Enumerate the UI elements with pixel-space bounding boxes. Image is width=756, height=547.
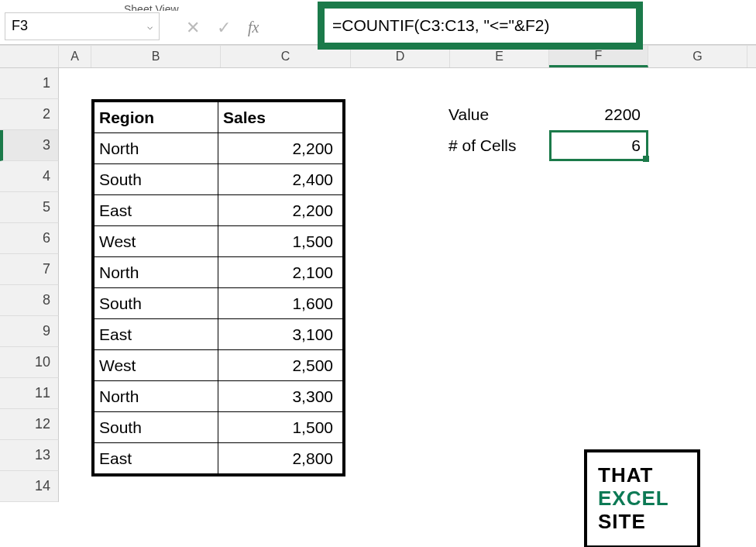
select-all-corner[interactable] <box>0 46 59 67</box>
chevron-down-icon[interactable]: ⌵ <box>147 21 153 32</box>
name-box[interactable]: F3 ⌵ <box>5 12 160 40</box>
row-header-1[interactable]: 1 <box>0 68 59 99</box>
logo-line2: EXCEL <box>598 487 697 511</box>
table-row: North3,300 <box>94 381 343 412</box>
table-row: West1,500 <box>94 226 343 257</box>
accept-icon[interactable]: ✓ <box>217 18 231 38</box>
col-header-G[interactable]: G <box>648 46 747 67</box>
cells-area[interactable]: Region Sales North2,200 South2,400 East2… <box>59 68 756 502</box>
col-header-A[interactable]: A <box>59 46 91 67</box>
logo-that-excel-site: THAT EXCEL SITE <box>584 449 700 547</box>
table-row: East2,200 <box>94 195 343 226</box>
row-header-5[interactable]: 5 <box>0 192 59 223</box>
fx-icon[interactable]: fx <box>248 19 259 36</box>
row-header-2[interactable]: 2 <box>0 99 59 130</box>
table-row: North2,100 <box>94 257 343 288</box>
table-header-region[interactable]: Region <box>94 102 218 133</box>
formula-bar-row: F3 ⌵ ✕ ✓ fx =COUNTIF(C3:C13, "<="&F2) <box>0 11 756 45</box>
row-header-12[interactable]: 12 <box>0 409 59 440</box>
row-headers: 1 2 3 4 5 6 7 8 9 10 11 12 13 14 <box>0 68 59 502</box>
row-header-7[interactable]: 7 <box>0 254 59 285</box>
cells-label[interactable]: # of Cells <box>448 136 549 155</box>
row-header-6[interactable]: 6 <box>0 223 59 254</box>
table-row: South2,400 <box>94 164 343 195</box>
row-header-9[interactable]: 9 <box>0 316 59 347</box>
table-row: East3,100 <box>94 319 343 350</box>
row-header-14[interactable]: 14 <box>0 471 59 502</box>
logo-line3: SITE <box>598 511 697 534</box>
row-header-3[interactable]: 3 <box>0 130 59 161</box>
value-label[interactable]: Value <box>448 105 549 124</box>
cancel-icon[interactable]: ✕ <box>186 18 200 38</box>
side-values: Value 2200 # of Cells 6 <box>448 99 647 161</box>
data-table: Region Sales North2,200 South2,400 East2… <box>91 99 345 476</box>
table-row: North2,200 <box>94 133 343 164</box>
formula-bar-value: =COUNTIF(C3:C13, "<="&F2) <box>332 16 549 35</box>
table-row: East2,800 <box>94 443 343 474</box>
row-header-8[interactable]: 8 <box>0 285 59 316</box>
table-row: South1,600 <box>94 288 343 319</box>
row-header-4[interactable]: 4 <box>0 161 59 192</box>
row-header-13[interactable]: 13 <box>0 440 59 471</box>
table-header-sales[interactable]: Sales <box>218 102 343 133</box>
table-row: South1,500 <box>94 412 343 443</box>
row-header-11[interactable]: 11 <box>0 378 59 409</box>
row-header-10[interactable]: 10 <box>0 347 59 378</box>
formula-bar-icons: ✕ ✓ fx <box>186 18 259 38</box>
formula-bar-highlight[interactable]: =COUNTIF(C3:C13, "<="&F2) <box>318 2 643 50</box>
name-box-value: F3 <box>12 18 28 34</box>
col-header-B[interactable]: B <box>91 46 221 67</box>
grid-body: 1 2 3 4 5 6 7 8 9 10 11 12 13 14 Region … <box>0 68 756 502</box>
logo-line1: THAT <box>598 464 697 487</box>
table-row: West2,500 <box>94 350 343 381</box>
cells-count-cell[interactable]: 6 <box>549 136 647 155</box>
value-cell[interactable]: 2200 <box>549 105 647 124</box>
